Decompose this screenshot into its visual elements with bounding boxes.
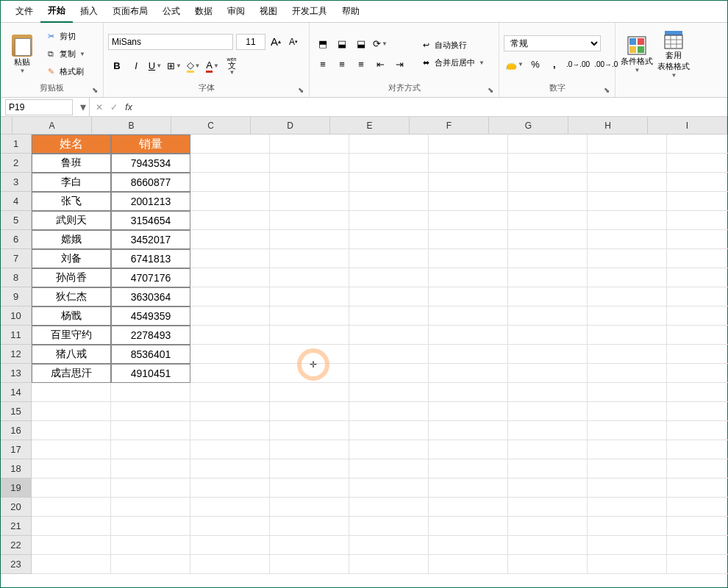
cell-F5[interactable]	[429, 211, 508, 230]
row-header-4[interactable]: 4	[1, 192, 32, 211]
copy-button[interactable]: ⧉复制▼	[42, 46, 88, 62]
cell-H19[interactable]	[588, 478, 667, 498]
menu-插入[interactable]: 插入	[73, 1, 105, 22]
cell-G1[interactable]	[508, 135, 588, 154]
cell-E10[interactable]	[349, 306, 429, 326]
cell-C14[interactable]	[190, 383, 270, 402]
cell-A1[interactable]: 姓名	[32, 135, 111, 154]
cell-H15[interactable]	[588, 402, 667, 421]
cell-E13[interactable]	[349, 364, 429, 383]
row-header-14[interactable]: 14	[1, 383, 32, 402]
cell-E5[interactable]	[349, 211, 429, 230]
cell-A7[interactable]: 刘备	[32, 249, 111, 268]
cell-C15[interactable]	[190, 402, 270, 421]
cell-H23[interactable]	[588, 555, 667, 574]
cell-I17[interactable]	[667, 440, 728, 459]
cell-D19[interactable]	[270, 478, 349, 498]
row-header-6[interactable]: 6	[1, 230, 32, 249]
cell-A16[interactable]	[32, 421, 111, 440]
cell-A12[interactable]: 猪八戒	[32, 345, 111, 364]
cell-G17[interactable]	[508, 440, 588, 459]
cell-H22[interactable]	[588, 536, 667, 555]
cell-I1[interactable]	[667, 135, 728, 154]
cell-C18[interactable]	[190, 459, 270, 478]
row-header-17[interactable]: 17	[1, 440, 32, 459]
cell-E21[interactable]	[349, 517, 429, 536]
cell-B14[interactable]	[111, 383, 190, 402]
cell-I8[interactable]	[667, 268, 728, 287]
menu-帮助[interactable]: 帮助	[335, 1, 367, 22]
cell-C4[interactable]	[190, 192, 270, 211]
row-header-19[interactable]: 19	[1, 478, 32, 498]
phonetic-button[interactable]: wén文▼	[223, 57, 240, 75]
cell-B7[interactable]: 6741813	[111, 249, 190, 268]
row-header-9[interactable]: 9	[1, 287, 32, 306]
cell-C1[interactable]	[190, 135, 270, 154]
cell-C6[interactable]	[190, 230, 270, 249]
column-header-D[interactable]: D	[251, 117, 330, 135]
cell-D9[interactable]	[270, 287, 349, 306]
cell-F10[interactable]	[429, 306, 508, 326]
cell-F15[interactable]	[429, 402, 508, 421]
borders-button[interactable]: ⊞▼	[165, 57, 183, 75]
cell-F1[interactable]	[429, 135, 508, 154]
cell-F13[interactable]	[429, 364, 508, 383]
cell-H20[interactable]	[588, 498, 667, 517]
cell-G9[interactable]	[508, 287, 588, 306]
row-header-12[interactable]: 12	[1, 345, 32, 364]
align-center-button[interactable]: ≡	[333, 56, 351, 74]
cell-F6[interactable]	[429, 230, 508, 249]
menu-视图[interactable]: 视图	[252, 1, 285, 22]
cell-F14[interactable]	[429, 383, 508, 402]
name-box-dropdown[interactable]: ▾	[77, 100, 89, 114]
cell-E3[interactable]	[349, 173, 429, 192]
column-header-E[interactable]: E	[330, 117, 410, 135]
cell-E11[interactable]	[349, 326, 429, 345]
fx-button[interactable]: fx	[122, 101, 135, 114]
underline-button[interactable]: U▼	[146, 57, 164, 75]
cell-G11[interactable]	[508, 326, 588, 345]
cell-C11[interactable]	[190, 326, 270, 345]
cell-I7[interactable]	[667, 249, 728, 268]
cell-G16[interactable]	[508, 421, 588, 440]
cell-I14[interactable]	[667, 383, 728, 402]
cell-I3[interactable]	[667, 173, 728, 192]
cell-G19[interactable]	[508, 478, 588, 498]
cell-F4[interactable]	[429, 192, 508, 211]
increase-indent-button[interactable]: ⇥	[390, 56, 408, 74]
conditional-format-button[interactable]: 条件格式▼	[620, 29, 654, 80]
comma-button[interactable]: ,	[546, 56, 563, 74]
cell-F21[interactable]	[429, 517, 508, 536]
cell-E15[interactable]	[349, 402, 429, 421]
cell-H4[interactable]	[588, 192, 667, 211]
cell-C7[interactable]	[190, 249, 270, 268]
wrap-text-button[interactable]: ↩自动换行	[417, 37, 488, 54]
cell-E20[interactable]	[349, 498, 429, 517]
cell-I5[interactable]	[667, 211, 728, 230]
cell-C16[interactable]	[190, 421, 270, 440]
cell-B2[interactable]: 7943534	[111, 154, 190, 173]
cell-G4[interactable]	[508, 192, 588, 211]
align-bottom-button[interactable]: ⬓	[352, 35, 370, 53]
cell-D5[interactable]	[270, 211, 349, 230]
column-header-F[interactable]: F	[410, 117, 489, 135]
cell-D14[interactable]	[270, 383, 349, 402]
cell-F20[interactable]	[429, 498, 508, 517]
cell-I23[interactable]	[667, 555, 728, 574]
italic-button[interactable]: I	[127, 57, 145, 75]
cell-I6[interactable]	[667, 230, 728, 249]
cell-D7[interactable]	[270, 249, 349, 268]
cell-A22[interactable]	[32, 536, 111, 555]
cell-I11[interactable]	[667, 326, 728, 345]
cell-A21[interactable]	[32, 517, 111, 536]
cell-B15[interactable]	[111, 402, 190, 421]
cell-D20[interactable]	[270, 498, 349, 517]
column-header-C[interactable]: C	[171, 117, 251, 135]
cell-D21[interactable]	[270, 517, 349, 536]
format-painter-button[interactable]: ✎格式刷	[42, 64, 88, 80]
cell-I22[interactable]	[667, 536, 728, 555]
cell-A17[interactable]	[32, 440, 111, 459]
cell-F19[interactable]	[429, 478, 508, 498]
row-header-13[interactable]: 13	[1, 364, 32, 383]
cell-F16[interactable]	[429, 421, 508, 440]
